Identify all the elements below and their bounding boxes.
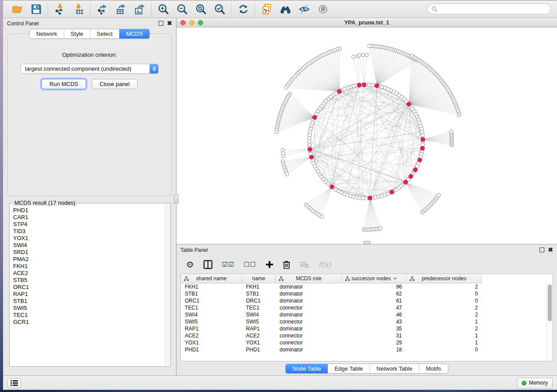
table-cell[interactable]: dominator (276, 325, 342, 332)
table-cell[interactable]: SWI4 (181, 311, 242, 318)
mcds-result-item[interactable]: ORC1 (13, 284, 164, 291)
table-cell[interactable]: 46 (342, 311, 407, 318)
task-history-list-icon[interactable] (7, 378, 21, 388)
network-node[interactable] (284, 86, 288, 89)
column-header-name[interactable]: name (242, 274, 276, 283)
table-cell[interactable]: ORC1 (242, 297, 276, 304)
delete-column-trash-icon[interactable] (283, 260, 291, 269)
table-cell[interactable] (482, 339, 553, 346)
table-cell[interactable]: dominator (276, 311, 342, 318)
table-cell[interactable]: connector (276, 318, 342, 325)
table-cell[interactable] (482, 346, 553, 353)
table-cell[interactable]: connector (276, 304, 342, 311)
table-cell[interactable]: FKH1 (181, 283, 242, 290)
mcds-highlight-node[interactable] (404, 180, 408, 184)
export-network-icon[interactable] (96, 3, 108, 15)
table-cell[interactable]: connector (276, 339, 342, 346)
column-header-predecessor-nodes[interactable]: predecessor nodes (407, 274, 482, 283)
table-cell[interactable]: RAP1 (242, 325, 276, 332)
network-node[interactable] (365, 53, 369, 57)
mcds-result-item[interactable]: PHD1 (13, 207, 164, 214)
table-cell[interactable]: 18 (342, 346, 407, 353)
zoom-window-icon[interactable] (198, 20, 203, 25)
table-cell[interactable]: dominator (276, 346, 342, 353)
table-cell[interactable]: ACE2 (181, 332, 242, 339)
column-settings-gear-icon[interactable]: ⚙ (186, 260, 194, 269)
float-panel-icon[interactable] (540, 248, 544, 252)
network-node[interactable] (421, 143, 425, 146)
add-column-icon[interactable] (266, 261, 273, 268)
run-mcds-button[interactable]: Run MCDS (42, 79, 86, 89)
tab-edge-table[interactable]: Edge Table (328, 364, 370, 373)
minimize-window-icon[interactable] (189, 20, 194, 25)
mcds-result-item[interactable]: SRD1 (13, 249, 164, 256)
table-cell[interactable] (482, 318, 553, 325)
mcds-result-item[interactable]: GCR1 (13, 319, 164, 326)
mcds-result-item[interactable]: PMA2 (13, 256, 164, 263)
table-row[interactable]: ACE2ACE2connector311 (181, 332, 553, 339)
network-node[interactable] (450, 130, 453, 134)
network-canvas[interactable] (176, 28, 557, 244)
table-cell[interactable] (482, 325, 553, 332)
tab-motifs[interactable]: Motifs (419, 364, 448, 373)
hide-selected-eye-icon[interactable] (298, 3, 310, 15)
table-cell[interactable]: RAP1 (181, 325, 242, 332)
table-cell[interactable]: 62 (342, 290, 407, 297)
mcds-highlight-node[interactable] (313, 116, 317, 120)
mcds-result-item[interactable]: STB5 (13, 277, 164, 284)
table-cell[interactable]: STB1 (181, 290, 242, 297)
mcds-result-item[interactable]: SWI5 (13, 305, 164, 312)
mcds-highlight-node[interactable] (308, 148, 312, 151)
close-panel-button[interactable]: Close panel (92, 79, 138, 89)
tab-select[interactable]: Select (90, 29, 119, 38)
mcds-result-item[interactable]: SWI4 (13, 242, 164, 249)
table-cell[interactable]: dominator (276, 290, 342, 297)
refresh-view-icon[interactable] (237, 3, 249, 15)
close-panel-icon[interactable]: ✖ (548, 248, 553, 252)
tab-mcds[interactable]: MCDS (119, 29, 149, 38)
mcds-highlight-node[interactable] (413, 168, 417, 172)
network-node[interactable] (437, 193, 440, 197)
table-cell[interactable]: 2 (407, 311, 482, 318)
table-cell[interactable] (482, 311, 553, 318)
table-cell[interactable]: 1 (407, 332, 482, 339)
close-window-icon[interactable] (180, 20, 186, 25)
table-cell[interactable]: ACE2 (242, 332, 276, 339)
float-panel-icon[interactable] (159, 21, 163, 26)
table-cell[interactable]: 1 (407, 339, 482, 346)
memory-button[interactable]: Memory (517, 378, 553, 389)
table-cell[interactable]: dominator (276, 283, 342, 290)
table-cell[interactable]: SWI5 (181, 318, 242, 325)
mcds-result-item[interactable]: YOX1 (13, 235, 164, 242)
table-cell[interactable]: YOX1 (181, 339, 242, 346)
tab-node-table[interactable]: Node Table (286, 364, 328, 373)
zoom-fit-icon[interactable] (195, 3, 207, 15)
table-cell[interactable]: 0 (407, 290, 482, 297)
table-row[interactable]: PHD1PHD1dominator180 (181, 346, 553, 353)
table-cell[interactable] (482, 332, 553, 339)
column-header-shared-name[interactable]: shared name (181, 274, 242, 283)
clone-network-icon[interactable] (261, 3, 273, 15)
table-row[interactable]: STB1STB1dominator620 (181, 290, 553, 297)
import-table-icon[interactable] (73, 3, 84, 15)
tab-network-table[interactable]: Network Table (370, 364, 419, 373)
network-node[interactable] (275, 131, 278, 134)
table-cell[interactable] (482, 304, 553, 311)
table-cell[interactable] (482, 290, 553, 297)
mcds-result-item[interactable]: TEC1 (13, 312, 164, 319)
network-node[interactable] (282, 154, 285, 158)
close-panel-icon[interactable]: ✖ (167, 21, 172, 26)
mcds-result-item[interactable]: ACE2 (13, 270, 164, 277)
table-cell[interactable] (482, 297, 553, 304)
network-node[interactable] (410, 54, 413, 58)
select-all-rows-icon[interactable]: ☑☑ (222, 261, 235, 268)
network-node[interactable] (379, 227, 382, 230)
network-node[interactable] (320, 215, 324, 218)
table-cell[interactable]: SWI5 (242, 318, 276, 325)
table-cell[interactable]: 0 (407, 346, 482, 353)
table-cell[interactable]: 0 (407, 297, 482, 304)
table-cell[interactable]: 2 (407, 283, 482, 290)
mcds-highlight-node[interactable] (375, 84, 379, 88)
mcds-highlight-node[interactable] (362, 83, 366, 87)
table-cell[interactable]: 47 (342, 304, 407, 311)
